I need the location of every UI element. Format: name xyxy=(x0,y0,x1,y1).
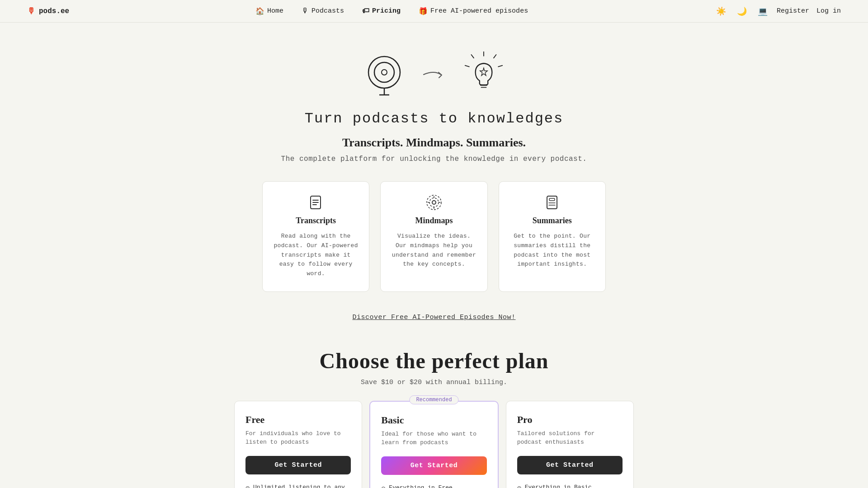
pro-feature-1: ⊙ Everything in Basic xyxy=(517,483,623,488)
nav-pricing-label: Pricing xyxy=(372,7,401,15)
svg-rect-24 xyxy=(547,196,557,209)
svg-point-18 xyxy=(429,198,439,207)
main-content: Turn podcasts to knowledges Transcripts.… xyxy=(0,23,868,488)
register-link[interactable]: Register xyxy=(777,7,809,15)
home-icon: 🏠 xyxy=(255,7,264,16)
free-plan-desc: For individuals who love to listen to po… xyxy=(245,429,351,447)
pro-plan-desc: Tailored solutions for podcast enthusias… xyxy=(517,429,623,447)
check-icon: ⊙ xyxy=(245,484,250,488)
nav-pricing[interactable]: 🏷 Pricing xyxy=(362,7,401,15)
check-icon: ⊙ xyxy=(517,484,521,488)
logo[interactable]: 🎙 pods.ee xyxy=(27,6,69,16)
basic-feature-1: ⊙ Everything in Free xyxy=(381,484,486,488)
gift-icon: 🎁 xyxy=(419,7,428,16)
check-icon: ⊙ xyxy=(381,484,385,488)
svg-line-9 xyxy=(465,66,469,67)
free-plan-name: Free xyxy=(245,414,351,426)
basic-get-started-button[interactable]: Get Started xyxy=(381,456,486,475)
mindmaps-title: Mindmaps xyxy=(415,216,453,225)
tag-icon: 🏷 xyxy=(362,7,369,15)
pricing-section: Choose the perfect plan Save $10 or $20 … xyxy=(231,348,637,488)
free-get-started-button[interactable]: Get Started xyxy=(245,456,351,474)
pro-plan-name: Pro xyxy=(517,414,623,426)
pro-features: ⊙ Everything in Basic ⊙ Run AI on 50 epi… xyxy=(517,483,623,488)
pro-get-started-button[interactable]: Get Started xyxy=(517,456,623,474)
pro-plan-card: Pro Tailored solutions for podcast enthu… xyxy=(506,401,634,488)
svg-point-2 xyxy=(382,70,387,75)
free-features: ⊙ Unlimited listening to any podcast ⊙ E… xyxy=(245,483,351,488)
svg-rect-25 xyxy=(549,198,555,201)
svg-marker-10 xyxy=(480,68,488,75)
transcripts-card: Transcripts Read along with the podcast.… xyxy=(262,181,369,292)
basic-feature-1-text: Everything in Free xyxy=(389,484,452,488)
nav-podcasts[interactable]: 🎙 Podcasts xyxy=(302,7,344,15)
transcripts-title: Transcripts xyxy=(296,216,336,225)
svg-line-8 xyxy=(472,55,474,58)
summaries-icon xyxy=(544,194,560,211)
pricing-subtitle: Save $10 or $20 with annual billing. xyxy=(361,379,507,386)
basic-plan-desc: Ideal for those who want to learn from p… xyxy=(381,430,486,447)
nav-free-episodes[interactable]: 🎁 Free AI-powered episodes xyxy=(419,7,528,16)
nav-home-label: Home xyxy=(267,7,283,15)
logo-icon: 🎙 xyxy=(27,6,35,16)
podcast-svg-icon xyxy=(359,50,409,99)
logo-text: pods.ee xyxy=(39,7,69,15)
recommended-badge: Recommended xyxy=(409,395,458,404)
pro-feature-1-text: Everything in Basic xyxy=(525,483,592,488)
nav-links: 🏠 Home 🎙 Podcasts 🏷 Pricing 🎁 Free AI-po… xyxy=(255,7,528,16)
svg-point-0 xyxy=(368,56,400,88)
svg-line-7 xyxy=(498,66,502,67)
arrow-right-icon xyxy=(423,68,445,81)
theme-light-button[interactable]: ☀️ xyxy=(714,5,728,18)
hero-illustration xyxy=(359,50,509,99)
summaries-card: Summaries Get to the point. Our summarie… xyxy=(499,181,606,292)
basic-features: ⊙ Everything in Free ⊙ Run AI on 20 epis… xyxy=(381,484,486,488)
microphone-icon: 🎙 xyxy=(302,7,309,15)
svg-point-17 xyxy=(432,201,436,204)
transcript-icon xyxy=(308,194,324,211)
login-link[interactable]: Log in xyxy=(816,7,841,15)
mindmaps-card: Mindmaps Visualize the ideas. Our mindma… xyxy=(380,181,487,292)
hero-subtitle: Transcripts. Mindmaps. Summaries. xyxy=(342,136,526,150)
nav-free-label: Free AI-powered episodes xyxy=(430,7,528,15)
nav-home[interactable]: 🏠 Home xyxy=(255,7,283,16)
nav-right: ☀️ 🌙 💻 Register Log in xyxy=(714,5,841,18)
lightbulb-svg-icon xyxy=(459,50,509,99)
theme-dark-button[interactable]: 🌙 xyxy=(735,5,749,18)
hero-title: Turn podcasts to knowledges xyxy=(305,110,563,127)
summaries-title: Summaries xyxy=(533,216,572,225)
mindmaps-desc: Visualize the ideas. Our mindmaps help y… xyxy=(392,232,476,269)
hero-description: The complete platform for unlocking the … xyxy=(281,155,587,163)
svg-line-6 xyxy=(494,55,496,58)
free-plan-card: Free For individuals who love to listen … xyxy=(234,401,362,488)
navbar: 🎙 pods.ee 🏠 Home 🎙 Podcasts 🏷 Pricing 🎁 … xyxy=(0,0,868,23)
basic-plan-card: Recommended Basic Ideal for those who wa… xyxy=(369,401,498,488)
transcripts-desc: Read along with the podcast. Our AI-powe… xyxy=(274,232,358,279)
plan-cards: Free For individuals who love to listen … xyxy=(231,401,637,488)
svg-point-1 xyxy=(374,62,394,82)
pricing-title: Choose the perfect plan xyxy=(320,348,549,373)
mindmap-icon xyxy=(426,194,442,211)
free-feature-1: ⊙ Unlimited listening to any podcast xyxy=(245,483,351,488)
nav-podcasts-label: Podcasts xyxy=(311,7,344,15)
theme-system-button[interactable]: 💻 xyxy=(756,5,769,18)
summaries-desc: Get to the point. Our summaries distill … xyxy=(510,232,594,269)
feature-cards: Transcripts Read along with the podcast.… xyxy=(262,181,606,292)
basic-plan-name: Basic xyxy=(381,414,486,426)
discover-link[interactable]: Discover Free AI-Powered Episodes Now! xyxy=(352,314,515,321)
free-feature-1-text: Unlimited listening to any podcast xyxy=(253,483,351,488)
